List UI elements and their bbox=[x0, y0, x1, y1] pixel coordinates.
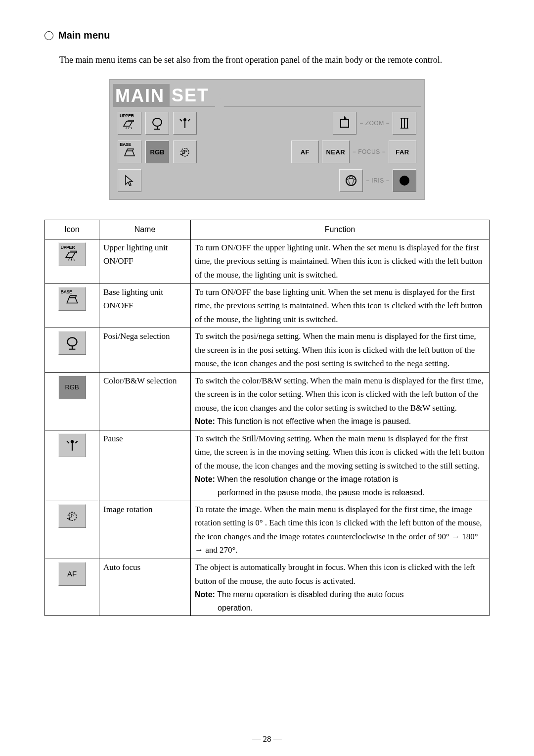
panel-far-button[interactable]: FAR bbox=[389, 141, 416, 163]
function-cell: To switch the Still/Moving setting. When… bbox=[191, 430, 490, 501]
af-text: AF bbox=[67, 568, 77, 580]
function-cell: To switch the posi/nega setting. When th… bbox=[191, 328, 490, 373]
panel-iris-open-button[interactable] bbox=[339, 169, 363, 192]
icon-cell: AF bbox=[45, 559, 99, 616]
focus-label: − FOCUS − bbox=[353, 148, 386, 155]
af-label: AF bbox=[301, 148, 310, 156]
base-table-icon: BASE bbox=[58, 287, 86, 311]
pause-icon bbox=[177, 115, 193, 131]
posinega-icon bbox=[64, 334, 81, 351]
panel-base-button[interactable]: BASE bbox=[118, 141, 141, 163]
note-prefix: Note: bbox=[195, 417, 217, 425]
upper-table-icon: UPPER bbox=[58, 242, 86, 266]
zoom-label: − ZOOM − bbox=[359, 120, 390, 127]
icon-corner-label: UPPER bbox=[61, 244, 75, 251]
note-text: This function is not effective when the … bbox=[217, 417, 411, 425]
iris-close-icon bbox=[397, 173, 412, 189]
name-cell: Image rotation bbox=[99, 501, 191, 559]
function-cell: To turn ON/OFF the upper lighting unit. … bbox=[191, 239, 490, 284]
col-name: Name bbox=[99, 220, 191, 239]
bullet-marker bbox=[44, 31, 53, 40]
panel-near-button[interactable]: NEAR bbox=[322, 141, 350, 163]
rgb-table-icon: RGB bbox=[58, 376, 86, 399]
rotate-table-icon: 0° bbox=[58, 504, 86, 528]
icon-corner-label: BASE bbox=[61, 288, 72, 296]
rgb-label: RGB bbox=[150, 148, 165, 156]
panel-upper-label: UPPER bbox=[120, 113, 134, 118]
function-table: Icon Name Function UPPERUpper lighting u… bbox=[44, 220, 490, 616]
panel-rgb-button[interactable]: RGB bbox=[145, 141, 169, 163]
panel-rotate-button[interactable]: 0° bbox=[173, 141, 197, 163]
table-row: RGBColor/B&W selectionTo switch the colo… bbox=[45, 372, 490, 430]
panel-iris-close-button[interactable] bbox=[393, 169, 416, 192]
panel-af-button[interactable]: AF bbox=[291, 141, 319, 163]
note-prefix: Note: bbox=[195, 475, 217, 483]
pause-icon bbox=[64, 437, 81, 454]
table-row: Posi/Nega selectionTo switch the posi/ne… bbox=[45, 328, 490, 373]
note-prefix: Note: bbox=[195, 590, 217, 599]
function-cell: The object is automatically brought in f… bbox=[191, 559, 490, 616]
panel-posinega-button[interactable] bbox=[145, 112, 169, 135]
intro-text: The main menu items can be set also from… bbox=[59, 55, 490, 65]
col-icon: Icon bbox=[45, 220, 99, 239]
rotate-text: 0° bbox=[69, 511, 75, 520]
panel-upper-button[interactable]: UPPER bbox=[118, 112, 141, 135]
icon-cell: UPPER bbox=[45, 239, 99, 284]
function-text: To rotate the image. When the main menu … bbox=[195, 503, 485, 557]
zoom-tele-icon bbox=[337, 115, 353, 131]
function-text: To turn ON/OFF the base lighting unit. W… bbox=[195, 285, 485, 327]
note-text-cont: operation. bbox=[195, 602, 485, 614]
panel-pause-button[interactable] bbox=[173, 112, 197, 135]
section-title: Main menu bbox=[44, 30, 490, 41]
posinega-table-icon bbox=[58, 331, 86, 355]
function-text: To turn ON/OFF the upper lighting unit. … bbox=[195, 241, 485, 282]
panel-zoom-tele-button[interactable] bbox=[333, 112, 356, 135]
far-label: FAR bbox=[396, 148, 409, 156]
note-text: When the resolution change or the image … bbox=[217, 475, 398, 483]
near-label: NEAR bbox=[326, 148, 345, 156]
name-cell: Base lighting unit ON/OFF bbox=[99, 284, 191, 328]
panel-base-label: BASE bbox=[120, 142, 131, 147]
icon-cell: 0° bbox=[45, 501, 99, 559]
tab-main: MAIN bbox=[113, 83, 171, 106]
pause-table-icon bbox=[58, 433, 86, 457]
af-table-icon: AF bbox=[58, 562, 86, 586]
function-text: To switch the color/B&W setting. When th… bbox=[195, 374, 485, 415]
table-row: AFAuto focusThe object is automatically … bbox=[45, 559, 490, 616]
note-line: Note: The menu operation is disabled dur… bbox=[195, 588, 485, 602]
zoom-wide-icon bbox=[397, 115, 412, 131]
iris-open-icon bbox=[343, 173, 359, 189]
note-text-cont: performed in the pause mode, the pause m… bbox=[195, 486, 485, 499]
posinega-icon bbox=[149, 115, 165, 131]
function-text: To switch the Still/Moving setting. When… bbox=[195, 432, 485, 473]
iris-label: − IRIS − bbox=[366, 177, 390, 184]
icon-cell: BASE bbox=[45, 284, 99, 328]
rgb-text: RGB bbox=[65, 382, 79, 392]
function-text: The object is automatically brought in f… bbox=[195, 561, 485, 588]
table-row: BASEBase lighting unit ON/OFFTo turn ON/… bbox=[45, 284, 490, 328]
name-cell: Auto focus bbox=[99, 559, 191, 616]
table-row: UPPERUpper lighting unit ON/OFFTo turn O… bbox=[45, 239, 490, 284]
function-cell: To turn ON/OFF the base lighting unit. W… bbox=[191, 284, 490, 328]
note-line: Note: This function is not effective whe… bbox=[195, 415, 485, 428]
note-line: Note: When the resolution change or the … bbox=[195, 472, 485, 486]
main-set-panel: MAIN SET UPPER − ZOOM − bbox=[109, 79, 425, 200]
rotate-label: 0° bbox=[182, 149, 188, 155]
panel-cursor-button[interactable] bbox=[118, 169, 141, 192]
section-title-text: Main menu bbox=[58, 30, 110, 41]
cursor-icon bbox=[122, 173, 137, 189]
col-function: Function bbox=[191, 220, 490, 239]
name-cell: Upper lighting unit ON/OFF bbox=[99, 239, 191, 284]
table-row: 0°Image rotationTo rotate the image. Whe… bbox=[45, 501, 490, 559]
panel-zoom-wide-button[interactable] bbox=[393, 112, 416, 135]
note-text: The menu operation is disabled during th… bbox=[217, 590, 403, 599]
name-cell: Pause bbox=[99, 430, 191, 501]
name-cell: Posi/Nega selection bbox=[99, 328, 191, 373]
function-cell: To switch the color/B&W setting. When th… bbox=[191, 372, 490, 430]
name-cell: Color/B&W selection bbox=[99, 372, 191, 430]
table-row: PauseTo switch the Still/Moving setting.… bbox=[45, 430, 490, 501]
function-text: To switch the posi/nega setting. When th… bbox=[195, 330, 485, 371]
tab-set: SET bbox=[170, 83, 215, 106]
function-cell: To rotate the image. When the main menu … bbox=[191, 501, 490, 559]
icon-cell bbox=[45, 430, 99, 501]
